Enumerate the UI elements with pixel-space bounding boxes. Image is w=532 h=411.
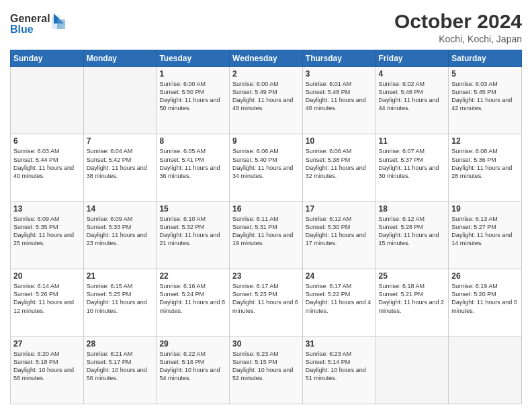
day-number: 11 [379,136,446,146]
day-number: 9 [232,136,300,146]
day-number: 4 [379,69,446,79]
cell-info: Sunrise: 6:22 AM Sunset: 5:16 PM Dayligh… [159,350,226,383]
cell-info: Sunrise: 6:19 AM Sunset: 5:20 PM Dayligh… [451,282,519,315]
day-number: 21 [87,271,154,281]
cell-info: Sunrise: 6:00 AM Sunset: 5:50 PM Dayligh… [159,80,226,113]
day-header: Tuesday [157,50,230,67]
cell-info: Sunrise: 6:20 AM Sunset: 5:18 PM Dayligh… [13,350,81,383]
day-number: 3 [306,69,373,79]
calendar-cell [449,336,522,404]
calendar-week-row: 6Sunrise: 6:03 AM Sunset: 5:44 PM Daylig… [11,134,522,201]
title-block: October 2024 Kochi, Kochi, Japan [394,10,522,44]
cell-info: Sunrise: 6:05 AM Sunset: 5:41 PM Dayligh… [159,147,226,180]
calendar-week-row: 1Sunrise: 6:00 AM Sunset: 5:50 PM Daylig… [11,67,522,134]
day-number: 17 [306,204,373,214]
day-number: 5 [451,69,519,79]
calendar-cell: 28Sunrise: 6:21 AM Sunset: 5:17 PM Dayli… [83,336,157,404]
calendar-cell: 27Sunrise: 6:20 AM Sunset: 5:18 PM Dayli… [11,336,84,404]
calendar-cell: 13Sunrise: 6:09 AM Sunset: 5:35 PM Dayli… [11,201,84,269]
calendar-cell: 29Sunrise: 6:22 AM Sunset: 5:16 PM Dayli… [157,336,230,404]
calendar-cell: 20Sunrise: 6:14 AM Sunset: 5:26 PM Dayli… [11,269,84,336]
calendar-cell [375,336,449,404]
day-number: 26 [451,271,519,281]
calendar-cell: 9Sunrise: 6:06 AM Sunset: 5:40 PM Daylig… [230,134,303,201]
day-number: 10 [306,136,373,146]
calendar-cell: 18Sunrise: 6:12 AM Sunset: 5:28 PM Dayli… [375,201,449,269]
day-number: 13 [13,204,81,214]
day-number: 20 [13,271,81,281]
calendar-cell [83,67,157,134]
cell-info: Sunrise: 6:17 AM Sunset: 5:22 PM Dayligh… [306,282,373,315]
page: General Blue October 2024 Kochi, Kochi, … [0,0,532,411]
calendar-cell: 24Sunrise: 6:17 AM Sunset: 5:22 PM Dayli… [302,269,375,336]
header: General Blue October 2024 Kochi, Kochi, … [10,10,522,44]
cell-info: Sunrise: 6:04 AM Sunset: 5:42 PM Dayligh… [87,147,154,180]
svg-marker-4 [57,19,65,29]
day-number: 27 [13,339,81,349]
calendar-header-row: SundayMondayTuesdayWednesdayThursdayFrid… [11,50,522,67]
calendar-cell: 23Sunrise: 6:17 AM Sunset: 5:23 PM Dayli… [230,269,303,336]
day-number: 14 [87,204,154,214]
calendar-cell: 26Sunrise: 6:19 AM Sunset: 5:20 PM Dayli… [449,269,522,336]
day-number: 2 [232,69,300,79]
day-number: 8 [159,136,226,146]
calendar-cell: 21Sunrise: 6:15 AM Sunset: 5:25 PM Dayli… [83,269,157,336]
cell-info: Sunrise: 6:03 AM Sunset: 5:45 PM Dayligh… [451,80,519,113]
calendar-cell: 1Sunrise: 6:00 AM Sunset: 5:50 PM Daylig… [157,67,230,134]
cell-info: Sunrise: 6:09 AM Sunset: 5:33 PM Dayligh… [87,215,154,248]
calendar-cell: 6Sunrise: 6:03 AM Sunset: 5:44 PM Daylig… [11,134,84,201]
calendar-cell: 16Sunrise: 6:11 AM Sunset: 5:31 PM Dayli… [230,201,303,269]
day-number: 29 [159,339,226,349]
day-number: 1 [159,69,226,79]
calendar-table: SundayMondayTuesdayWednesdayThursdayFrid… [10,50,522,404]
calendar-week-row: 27Sunrise: 6:20 AM Sunset: 5:18 PM Dayli… [11,336,522,404]
day-number: 16 [232,204,300,214]
svg-text:General: General [10,13,50,24]
calendar-cell: 12Sunrise: 6:08 AM Sunset: 5:36 PM Dayli… [449,134,522,201]
cell-info: Sunrise: 6:06 AM Sunset: 5:38 PM Dayligh… [306,147,373,180]
day-header: Sunday [11,50,84,67]
day-number: 12 [451,136,519,146]
cell-info: Sunrise: 6:15 AM Sunset: 5:25 PM Dayligh… [87,282,154,315]
day-number: 23 [232,271,300,281]
calendar-cell: 22Sunrise: 6:16 AM Sunset: 5:24 PM Dayli… [157,269,230,336]
cell-info: Sunrise: 6:03 AM Sunset: 5:44 PM Dayligh… [13,147,81,180]
cell-info: Sunrise: 6:08 AM Sunset: 5:36 PM Dayligh… [451,147,519,180]
day-number: 22 [159,271,226,281]
calendar-week-row: 13Sunrise: 6:09 AM Sunset: 5:35 PM Dayli… [11,201,522,269]
cell-info: Sunrise: 6:21 AM Sunset: 5:17 PM Dayligh… [87,350,154,383]
cell-info: Sunrise: 6:23 AM Sunset: 5:14 PM Dayligh… [306,350,373,383]
day-number: 31 [306,339,373,349]
calendar-cell: 10Sunrise: 6:06 AM Sunset: 5:38 PM Dayli… [302,134,375,201]
calendar-cell: 15Sunrise: 6:10 AM Sunset: 5:32 PM Dayli… [157,201,230,269]
calendar-cell: 30Sunrise: 6:23 AM Sunset: 5:15 PM Dayli… [230,336,303,404]
calendar-cell: 14Sunrise: 6:09 AM Sunset: 5:33 PM Dayli… [83,201,157,269]
cell-info: Sunrise: 6:16 AM Sunset: 5:24 PM Dayligh… [159,282,226,315]
cell-info: Sunrise: 6:17 AM Sunset: 5:23 PM Dayligh… [232,282,300,315]
calendar-cell: 25Sunrise: 6:18 AM Sunset: 5:21 PM Dayli… [375,269,449,336]
cell-info: Sunrise: 6:00 AM Sunset: 5:49 PM Dayligh… [232,80,300,113]
cell-info: Sunrise: 6:14 AM Sunset: 5:26 PM Dayligh… [13,282,81,315]
cell-info: Sunrise: 6:13 AM Sunset: 5:27 PM Dayligh… [451,215,519,248]
day-header: Friday [375,50,449,67]
cell-info: Sunrise: 6:11 AM Sunset: 5:31 PM Dayligh… [232,215,300,248]
logo-svg: General Blue [10,10,71,38]
day-number: 15 [159,204,226,214]
calendar-cell: 8Sunrise: 6:05 AM Sunset: 5:41 PM Daylig… [157,134,230,201]
cell-info: Sunrise: 6:12 AM Sunset: 5:28 PM Dayligh… [379,215,446,248]
calendar-cell: 17Sunrise: 6:12 AM Sunset: 5:30 PM Dayli… [302,201,375,269]
calendar-title: October 2024 [394,10,522,32]
day-number: 24 [306,271,373,281]
calendar-cell: 4Sunrise: 6:02 AM Sunset: 5:46 PM Daylig… [375,67,449,134]
cell-info: Sunrise: 6:06 AM Sunset: 5:40 PM Dayligh… [232,147,300,180]
cell-info: Sunrise: 6:02 AM Sunset: 5:46 PM Dayligh… [379,80,446,113]
day-header: Saturday [449,50,522,67]
logo-block: General Blue [10,10,71,41]
calendar-cell: 2Sunrise: 6:00 AM Sunset: 5:49 PM Daylig… [230,67,303,134]
day-number: 25 [379,271,446,281]
day-number: 19 [451,204,519,214]
cell-info: Sunrise: 6:12 AM Sunset: 5:30 PM Dayligh… [306,215,373,248]
cell-info: Sunrise: 6:18 AM Sunset: 5:21 PM Dayligh… [379,282,446,315]
calendar-subtitle: Kochi, Kochi, Japan [394,34,522,44]
day-number: 28 [87,339,154,349]
